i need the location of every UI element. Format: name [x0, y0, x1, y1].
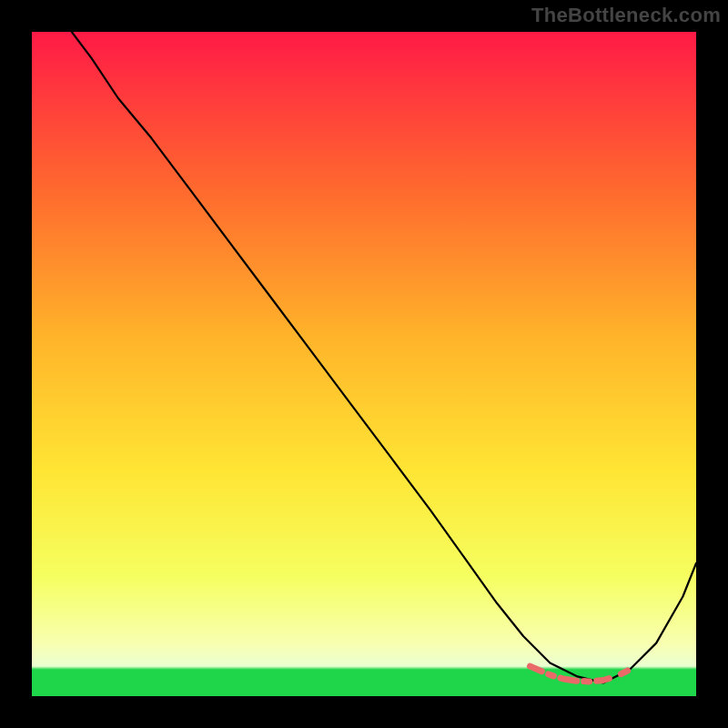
chart-overlay	[32, 32, 696, 696]
watermark: TheBottleneck.com	[531, 4, 721, 27]
chart-container: TheBottleneck.com	[0, 0, 728, 728]
optimal-zone	[531, 666, 631, 682]
bottleneck-curve	[72, 32, 696, 682]
plot-area	[32, 32, 696, 696]
